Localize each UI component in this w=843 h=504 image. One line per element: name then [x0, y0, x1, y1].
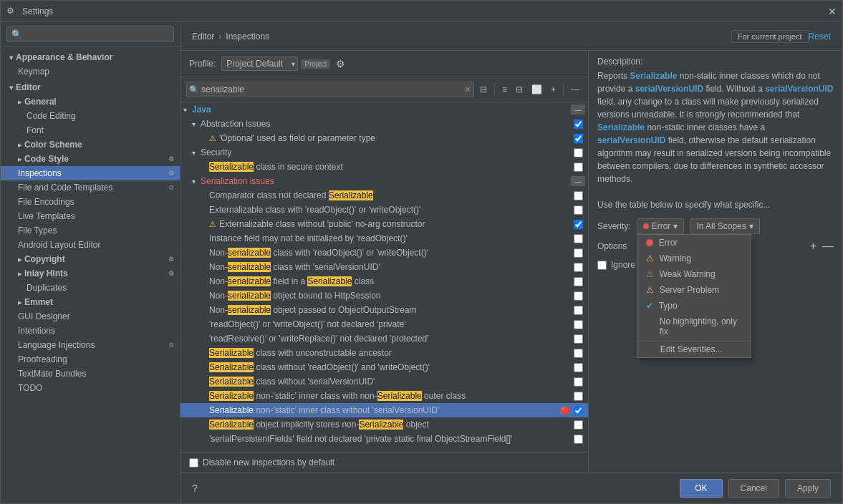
reset-button[interactable]: Reset: [809, 32, 831, 42]
tree-serial-nonstatic-outer-item[interactable]: Serializable non-'static' inner class wi…: [180, 389, 588, 403]
help-button[interactable]: ?: [192, 483, 198, 494]
tree-optional-field-item[interactable]: ⚠ 'Optional' used as field or parameter …: [180, 131, 588, 145]
ext-read-checkbox[interactable]: [574, 205, 583, 215]
ext-noarg-checkbox[interactable]: [574, 220, 583, 229]
add-option-button[interactable]: +: [810, 240, 816, 253]
sidebar-item-duplicates[interactable]: Duplicates: [1, 281, 180, 295]
dropdown-item-server-problem[interactable]: ⚠ Server Problem: [637, 282, 751, 298]
sidebar-item-gui-designer[interactable]: GUI Designer: [1, 309, 180, 324]
tree-readobj-private-item[interactable]: 'readObject()' or 'writeObject()' not de…: [180, 317, 588, 331]
tree-serialization-category[interactable]: ▾ Serialization issues —: [180, 174, 588, 188]
tree-non-serial-oos-item[interactable]: Non-serializable object passed to Object…: [180, 303, 588, 317]
tree-serial-unconstructable-item[interactable]: Serializable class with unconstructable …: [180, 346, 588, 360]
remove-option-button[interactable]: —: [822, 240, 834, 253]
tree-serial-no-readobj-item[interactable]: Serializable class without 'readObject()…: [180, 360, 588, 374]
severity-select-button[interactable]: Error ▾: [637, 218, 685, 234]
sidebar-item-code-editing[interactable]: Code Editing: [1, 109, 180, 123]
optional-field-checkbox[interactable]: [574, 134, 583, 143]
for-project-button[interactable]: For current project: [731, 30, 809, 43]
sidebar-item-appearance[interactable]: Appearance & Behavior: [1, 50, 180, 64]
serial-nonstatic-outer-checkbox[interactable]: [574, 392, 583, 401]
sidebar-item-file-code-templates[interactable]: File and Code Templates ⚙: [1, 180, 180, 195]
comparator-checkbox[interactable]: [574, 191, 583, 200]
more-button[interactable]: +: [548, 83, 559, 96]
copy-button[interactable]: ⬜: [529, 83, 545, 96]
tree-abstraction-category[interactable]: ▾ Abstraction issues: [180, 117, 588, 131]
non-serial-checkbox[interactable]: [574, 248, 583, 258]
scope-select-button[interactable]: In All Scopes ▾: [690, 218, 759, 234]
tree-serial-persistent-fields-item[interactable]: 'serialPersistentFields' field not decla…: [180, 432, 588, 446]
security-checkbox[interactable]: [574, 148, 583, 158]
tree-readresolve-protected-item[interactable]: 'readResolve()' or 'writeReplace()' not …: [180, 331, 588, 346]
tree-non-serial-uid-item[interactable]: Non-serializable class with 'serialVersi…: [180, 260, 588, 274]
dropdown-item-typo[interactable]: ✔ Typo: [637, 298, 751, 314]
profile-gear-button[interactable]: ⚙: [336, 58, 345, 69]
sidebar-item-intentions[interactable]: Intentions: [1, 324, 180, 338]
tree-instance-readobj-item[interactable]: Instance field may not be initialized by…: [180, 231, 588, 246]
tree-externalizable-noarg-item[interactable]: ⚠ Externalizable class without 'public' …: [180, 217, 588, 231]
sidebar-item-live-templates[interactable]: Live Templates: [1, 209, 180, 223]
tree-non-serial-field-item[interactable]: Non-serializable field in a Serializable…: [180, 274, 588, 289]
inspections-search-input[interactable]: [186, 82, 474, 97]
tree-serializable-secure-item[interactable]: Serializable class in secure context: [180, 160, 588, 174]
tree-serial-implicit-item[interactable]: Serializable object implicitly stores no…: [180, 417, 588, 432]
dropdown-item-error[interactable]: Error: [637, 235, 751, 251]
ok-button[interactable]: OK: [680, 479, 722, 498]
search-clear-button[interactable]: ✕: [464, 84, 471, 94]
sidebar-search-input[interactable]: [6, 26, 174, 42]
tree-externalizable-readobj-item[interactable]: Externalizable class with 'readObject()'…: [180, 203, 588, 217]
disable-new-inspections-checkbox[interactable]: [189, 458, 198, 467]
abstraction-checkbox[interactable]: [574, 120, 583, 129]
sidebar-item-general[interactable]: General: [1, 94, 180, 109]
tree-comparator-item[interactable]: Comparator class not declared Serializab…: [180, 188, 588, 203]
readobj-priv-checkbox[interactable]: [574, 320, 583, 329]
sidebar-item-editor[interactable]: Editor: [1, 80, 180, 94]
non-serial-field-checkbox[interactable]: [574, 277, 583, 286]
sidebar-item-file-encodings[interactable]: File Encodings: [1, 195, 180, 209]
non-serial-http-checkbox[interactable]: [574, 291, 583, 301]
sidebar-item-inlay-hints[interactable]: Inlay Hints ⚙: [1, 266, 180, 281]
dropdown-item-no-highlight[interactable]: No highlighting, only fix: [637, 314, 751, 339]
tree-serial-nonstatic-uid-item[interactable]: Serializable non-'static' inner class wi…: [180, 403, 588, 417]
close-button[interactable]: ✕: [828, 6, 837, 17]
sidebar-item-file-types[interactable]: File Types: [1, 223, 180, 238]
sidebar-item-inspections[interactable]: Inspections ⚙: [1, 166, 180, 180]
sidebar-item-code-style[interactable]: Code Style ⚙: [1, 152, 180, 166]
sidebar-item-color-scheme[interactable]: Color Scheme: [1, 137, 180, 152]
sidebar-item-textmate[interactable]: TextMate Bundles: [1, 367, 180, 381]
dropdown-item-warning[interactable]: ⚠ Warning: [637, 251, 751, 266]
non-serial-uid-checkbox[interactable]: [574, 263, 583, 272]
tree-non-serial-http-item[interactable]: Non-serializable object bound to HttpSes…: [180, 289, 588, 303]
secure-checkbox[interactable]: [574, 163, 583, 172]
expand-all-button[interactable]: ≡: [499, 83, 510, 96]
serial-implicit-checkbox[interactable]: [574, 420, 583, 430]
inst-checkbox[interactable]: [574, 234, 583, 243]
sidebar-item-keymap[interactable]: Keymap: [1, 64, 180, 79]
non-serial-oos-checkbox[interactable]: [574, 306, 583, 315]
sidebar-item-proofreading[interactable]: Proofreading: [1, 352, 180, 367]
dropdown-item-edit-severities[interactable]: Edit Severities...: [637, 341, 751, 357]
profile-select[interactable]: Project Default: [221, 57, 298, 71]
sidebar-item-todo[interactable]: TODO: [1, 381, 180, 395]
collapse-all-button[interactable]: ⊟: [513, 83, 526, 96]
serial-unconstruct-checkbox[interactable]: [574, 349, 583, 358]
cancel-button[interactable]: Cancel: [728, 479, 779, 498]
sidebar-item-android-layout[interactable]: Android Layout Editor: [1, 238, 180, 252]
tree-security-category[interactable]: ▾ Security: [180, 145, 588, 160]
sidebar-item-font[interactable]: Font: [1, 123, 180, 137]
dropdown-item-weak-warning[interactable]: ⚠ Weak Warning: [637, 266, 751, 282]
serial-pf-checkbox[interactable]: [574, 435, 583, 444]
serial-nonstatic-uid-checkbox[interactable]: [574, 406, 583, 415]
tree-serial-no-uid-item[interactable]: Serializable class without 'serialVersio…: [180, 374, 588, 389]
tree-java-category[interactable]: ▾ Java —: [180, 102, 588, 117]
sidebar-item-language-injections[interactable]: Language Injections ⚙: [1, 338, 180, 352]
serial-no-uid-checkbox[interactable]: [574, 377, 583, 387]
serialization-collapse-icon[interactable]: —: [571, 176, 585, 186]
apply-button[interactable]: Apply: [785, 479, 831, 498]
java-collapse-icon[interactable]: —: [571, 105, 585, 115]
ignore-anonymous-checkbox[interactable]: [597, 261, 607, 270]
readresolve-checkbox[interactable]: [574, 334, 583, 344]
tree-non-serial-readobj-item[interactable]: Non-serializable class with 'readObject(…: [180, 246, 588, 260]
sidebar-item-emmet[interactable]: Emmet: [1, 295, 180, 309]
options-button[interactable]: —: [568, 83, 582, 96]
